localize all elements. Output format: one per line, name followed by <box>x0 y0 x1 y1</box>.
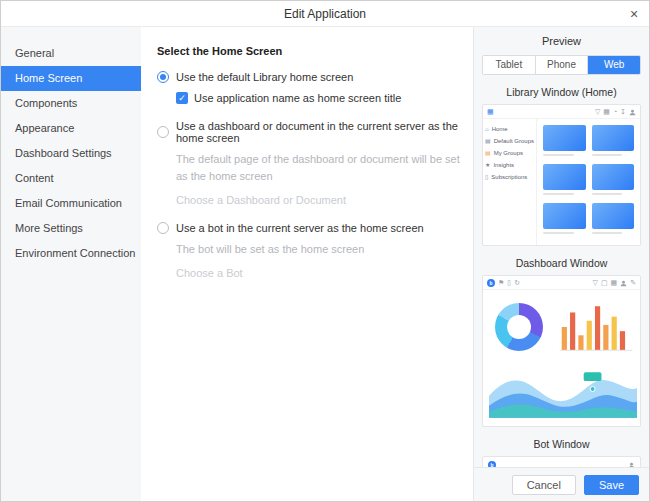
option-dashboard-label: Use a dashboard or document in the curre… <box>176 120 461 144</box>
sidebar-item-home-screen[interactable]: Home Screen <box>1 66 141 91</box>
title-bar: Edit Application × <box>1 1 649 27</box>
home-screen-settings: Select the Home Screen Use the default L… <box>141 27 473 501</box>
preview-scroll-area[interactable]: Preview Tablet Phone Web Library Window … <box>474 27 649 467</box>
close-icon[interactable]: × <box>619 1 649 26</box>
clock-icon: ◔ <box>613 108 617 115</box>
grid-view-icon: ▦ <box>603 108 610 115</box>
preview-title: Preview <box>482 35 641 47</box>
sidebar-item-content[interactable]: Content <box>1 166 141 191</box>
library-nav-subscriptions: ▯ Subscriptions <box>485 171 534 183</box>
sidebar-item-components[interactable]: Components <box>1 91 141 116</box>
user-icon <box>629 106 636 118</box>
user-icon <box>620 277 627 289</box>
sidebar-item-appearance[interactable]: Appearance <box>1 116 141 141</box>
dashboard-preview: b ⚑ ▯ ↻ ▽ ▢ ▦ ✎ <box>482 275 641 427</box>
star-icon: ★ <box>485 162 490 168</box>
library-preview-toolbar: ▦ ▽ ▦ ◔ ↧ <box>483 105 640 119</box>
save-button[interactable]: Save <box>584 475 639 495</box>
library-nav-label: Subscriptions <box>491 174 527 180</box>
checkbox-label: Use application name as home screen titl… <box>194 92 401 104</box>
library-preview: ▦ ▽ ▦ ◔ ↧ ⌂ Home <box>482 104 641 246</box>
donut-chart-thumbnail <box>495 303 543 351</box>
settings-sidebar: General Home Screen Components Appearanc… <box>1 27 141 501</box>
choose-dashboard-link[interactable]: Choose a Dashboard or Document <box>176 194 461 206</box>
library-nav-label: Home <box>492 126 508 132</box>
dashboard-window-title: Dashboard Window <box>482 257 641 269</box>
option-default-library-label: Use the default Library home screen <box>176 71 353 83</box>
folder-icon: ▤ <box>485 150 491 156</box>
library-card <box>592 164 635 197</box>
refresh-icon: ↻ <box>514 279 520 286</box>
tab-web[interactable]: Web <box>588 56 640 74</box>
section-heading: Select the Home Screen <box>157 45 461 57</box>
library-nav-label: Insights <box>493 162 514 168</box>
library-nav-label: Default Groups <box>494 138 534 144</box>
user-icon <box>628 459 635 468</box>
library-card-grid <box>537 119 640 245</box>
option-bot-home[interactable]: Use a bot in the current server as the h… <box>157 222 461 234</box>
sidebar-item-more-settings[interactable]: More Settings <box>1 216 141 241</box>
tab-phone[interactable]: Phone <box>536 56 589 74</box>
option-dashboard-home[interactable]: Use a dashboard or document in the curre… <box>157 120 461 144</box>
radio-selected-icon[interactable] <box>157 71 169 83</box>
edit-application-dialog: Edit Application × General Home Screen C… <box>0 0 650 502</box>
library-nav-home: ⌂ Home <box>485 123 534 135</box>
option-app-name-title[interactable]: ✓ Use application name as home screen ti… <box>176 92 461 104</box>
library-card <box>543 164 586 197</box>
area-chart-thumbnail <box>489 362 637 418</box>
library-window-title: Library Window (Home) <box>482 86 641 98</box>
library-nav-label: My Groups <box>494 150 523 156</box>
sidebar-item-general[interactable]: General <box>1 41 141 66</box>
dialog-title: Edit Application <box>284 7 366 21</box>
home-icon: ⌂ <box>485 126 489 132</box>
sidebar-item-email-communication[interactable]: Email Communication <box>1 191 141 216</box>
grid-icon: ▦ <box>487 108 494 115</box>
grid-icon: ▦ <box>611 279 618 286</box>
dashboard-preview-body <box>483 290 640 426</box>
library-nav-default-groups: ▤ Default Groups <box>485 135 534 147</box>
choose-bot-link[interactable]: Choose a Bot <box>176 267 461 279</box>
app-logo-icon: b <box>487 279 495 287</box>
pencil-icon: ✎ <box>630 279 636 286</box>
bookmark-icon: ▯ <box>485 174 488 180</box>
library-card <box>592 125 635 158</box>
library-card <box>592 203 635 236</box>
device-tabs: Tablet Phone Web <box>482 55 641 75</box>
library-card <box>543 125 586 158</box>
option-default-library[interactable]: Use the default Library home screen <box>157 71 461 83</box>
flag-icon: ⚑ <box>498 279 504 286</box>
library-nav-insights: ★ Insights <box>485 159 534 171</box>
option-dashboard-description: The default page of the dashboard or doc… <box>176 151 461 185</box>
checkbox-checked-icon[interactable]: ✓ <box>176 92 188 104</box>
bot-preview-toolbar: b <box>483 457 640 467</box>
cancel-button[interactable]: Cancel <box>512 475 576 495</box>
filter-icon: ▽ <box>595 108 600 115</box>
library-card <box>543 203 586 236</box>
filter-icon: ▽ <box>592 279 597 286</box>
bookmark-icon: ▯ <box>507 279 511 286</box>
dialog-footer: Cancel Save <box>474 467 649 501</box>
download-icon: ↧ <box>620 108 626 115</box>
tab-tablet[interactable]: Tablet <box>483 56 536 74</box>
sidebar-item-dashboard-settings[interactable]: Dashboard Settings <box>1 141 141 166</box>
library-nav-my-groups: ▤ My Groups <box>485 147 534 159</box>
option-bot-description: The bot will be set as the home screen <box>176 241 461 258</box>
radio-unselected-icon[interactable] <box>157 126 169 138</box>
bot-preview: b <box>482 456 641 467</box>
dashboard-preview-toolbar: b ⚑ ▯ ↻ ▽ ▢ ▦ ✎ <box>483 276 640 290</box>
library-preview-sidebar: ⌂ Home ▤ Default Groups ▤ My Groups <box>483 119 537 245</box>
dialog-body: General Home Screen Components Appearanc… <box>1 27 649 501</box>
library-preview-body: ⌂ Home ▤ Default Groups ▤ My Groups <box>483 119 640 245</box>
bot-window-title: Bot Window <box>482 438 641 450</box>
box-icon: ▢ <box>601 279 608 286</box>
preview-panel: Preview Tablet Phone Web Library Window … <box>473 27 649 501</box>
radio-unselected-icon[interactable] <box>157 222 169 234</box>
option-bot-label: Use a bot in the current server as the h… <box>176 222 424 234</box>
sidebar-item-environment-connection[interactable]: Environment Connection <box>1 241 141 266</box>
bar-chart-thumbnail <box>558 300 634 354</box>
folder-icon: ▤ <box>485 138 491 144</box>
